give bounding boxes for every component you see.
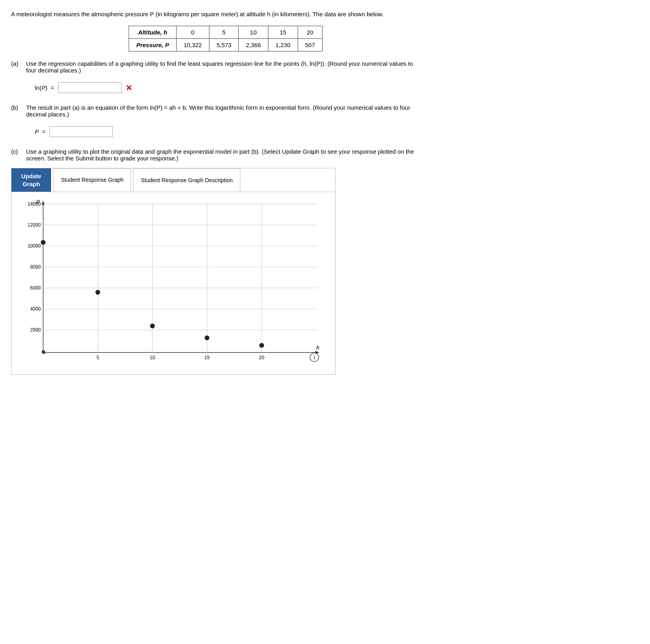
chart-area: P h 14000 12000 10000 8000 xyxy=(11,192,335,374)
data-table-wrapper: Altitude, h 0 5 10 15 20 Pressure, P 10,… xyxy=(27,26,424,51)
part-b: (b) The result in part (a) is an equatio… xyxy=(11,104,424,137)
info-icon-i[interactable]: i xyxy=(314,354,315,360)
part-a-input[interactable] xyxy=(58,82,122,93)
x-axis-arrow xyxy=(315,351,319,354)
alt-0: 0 xyxy=(177,26,209,39)
datapoint-5 xyxy=(95,290,100,295)
press-10: 2,366 xyxy=(239,39,268,51)
part-b-letter: (b) xyxy=(11,104,20,111)
data-table: Altitude, h 0 5 10 15 20 Pressure, P 10,… xyxy=(129,26,322,51)
press-5: 5,573 xyxy=(209,39,239,51)
part-c-letter: (c) xyxy=(11,148,20,155)
datapoint-10 xyxy=(150,324,155,328)
xtick-10: 10 xyxy=(150,355,155,360)
datapoint-0 xyxy=(41,240,46,245)
pressure-header: Pressure, P xyxy=(129,39,177,51)
ytick-2000: 2000 xyxy=(30,327,41,333)
ytick-12000: 12000 xyxy=(28,222,41,228)
part-b-input-row: P = xyxy=(35,126,424,137)
ytick-14000: 14000 xyxy=(28,201,41,207)
update-graph-button[interactable]: UpdateGraph xyxy=(11,168,51,192)
xtick-15: 15 xyxy=(204,355,210,360)
part-a-header: (a) Use the regression capabilities of a… xyxy=(11,60,424,78)
part-a: (a) Use the regression capabilities of a… xyxy=(11,60,424,93)
datapoint-15 xyxy=(205,335,209,340)
graph-tabs: UpdateGraph Student Response Graph Stude… xyxy=(11,168,335,192)
part-c-text: Use a graphing utility to plot the origi… xyxy=(23,148,424,162)
altitude-header: Altitude, h xyxy=(129,26,177,39)
part-b-header: (b) The result in part (a) is an equatio… xyxy=(11,104,424,122)
press-20: 507 xyxy=(298,39,322,51)
ytick-6000: 6000 xyxy=(30,285,41,291)
intro-text: A meteorologist measures the atmospheric… xyxy=(11,10,424,19)
tab-student-response-graph[interactable]: Student Response Graph xyxy=(53,168,131,192)
x-axis-label: h xyxy=(316,345,319,351)
ytick-4000: 4000 xyxy=(30,306,41,312)
part-a-text: Use the regression capabilities of a gra… xyxy=(23,60,424,74)
chart-svg: P h 14000 12000 10000 8000 xyxy=(15,196,324,370)
datapoint-20 xyxy=(259,343,264,348)
part-a-letter: (a) xyxy=(11,60,20,67)
part-c-header: (c) Use a graphing utility to plot the o… xyxy=(11,148,424,166)
alt-15: 15 xyxy=(268,26,298,39)
ytick-8000: 8000 xyxy=(30,264,41,270)
graph-section: UpdateGraph Student Response Graph Stude… xyxy=(11,168,336,375)
intro-paragraph: A meteorologist measures the atmospheric… xyxy=(11,11,384,17)
part-a-input-row: ln(P) = ✕ xyxy=(35,82,424,93)
xtick-20: 20 xyxy=(259,355,264,360)
alt-10: 10 xyxy=(239,26,268,39)
part-c: (c) Use a graphing utility to plot the o… xyxy=(11,148,424,375)
alt-20: 20 xyxy=(298,26,322,39)
part-a-error-mark: ✕ xyxy=(125,84,132,92)
part-a-input-label: ln(P) = xyxy=(35,84,54,91)
tab-student-response-description[interactable]: Student Response Graph Description xyxy=(133,168,240,192)
press-15: 1,230 xyxy=(268,39,298,51)
xtick-5: 5 xyxy=(97,355,99,360)
alt-5: 5 xyxy=(209,26,239,39)
part-b-input[interactable] xyxy=(49,126,113,137)
press-0: 10,322 xyxy=(177,39,209,51)
ytick-10000: 10000 xyxy=(28,243,41,249)
part-b-text: The result in part (a) is an equation of… xyxy=(23,104,424,118)
part-b-input-label: P = xyxy=(35,128,46,135)
